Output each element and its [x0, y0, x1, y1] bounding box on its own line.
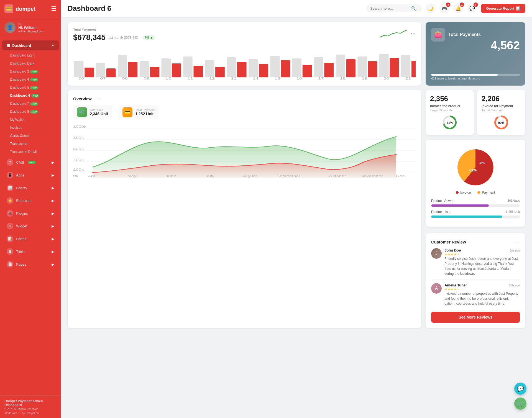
search-box[interactable]: 🔍 — [366, 4, 422, 12]
sidebar-item-cards-center[interactable]: Cards Center — [2, 132, 59, 140]
banner-title: Total Payments — [448, 32, 481, 37]
pie-chart-card: 62% 38% Invoice Payment — [426, 140, 525, 227]
chat-float-button[interactable]: 💬 — [514, 383, 526, 395]
svg-text:90%: 90% — [498, 121, 504, 124]
dashboard-subnav: Dashboard Light Dashboard Dark Dashboard… — [0, 52, 61, 156]
username: Hi, William — [18, 25, 44, 30]
nav-item-cms[interactable]: ⚙ CMS New ▶ — [2, 156, 59, 168]
nav-section-dashboard[interactable]: ⊞ Dashboard ▼ — [2, 40, 59, 50]
generate-report-button[interactable]: Generate Report 📊 — [481, 4, 525, 13]
svg-rect-9 — [172, 63, 181, 77]
total-payment-legend-value: 1,252 Unit — [135, 112, 155, 116]
svg-text:600k: 600k — [73, 147, 84, 150]
overview-menu[interactable]: ⋯ — [96, 96, 101, 102]
table-chevron: ▶ — [52, 250, 54, 254]
sidebar-item-dashboard-5[interactable]: Dashboard 5New — [2, 84, 59, 91]
invoice-payment-card: 2,206 Invoice for Payment Target 3k/mont… — [477, 90, 525, 135]
svg-rect-12 — [205, 60, 214, 77]
charts-chevron: ▶ — [52, 186, 54, 190]
message-badge: 5 — [474, 2, 478, 7]
total-sale-value: 2,346 Unit — [90, 112, 108, 116]
nav-item-widget[interactable]: 🎯 Widget ▶ — [2, 220, 59, 232]
product-viewed-label: Product Viewed — [431, 199, 454, 203]
product-viewed-fill — [431, 204, 489, 207]
svg-text:1000k: 1000k — [73, 125, 87, 128]
sidebar-item-my-wallet[interactable]: My Wallet — [2, 116, 59, 124]
amelia-time: 10h ago — [509, 284, 520, 287]
invoice-product-card: 2,356 Invoice for Product Target 3k/mont… — [426, 90, 474, 135]
total-payment-card: Total Payment $678,345 last month $563,4… — [68, 22, 421, 86]
svg-rect-29 — [390, 58, 399, 77]
review-menu[interactable]: ⋯ — [515, 239, 520, 245]
payment-amount: $678,345 — [73, 33, 106, 42]
topbar: Dashboard 6 🔍 🌙 🎮 2 🔔 12 💬 5 Generate Re… — [61, 0, 532, 17]
theme-toggle-button[interactable]: 🌙 — [426, 3, 436, 13]
sidebar-user: 👤 Hi, Hi, William william@gmail.com — [0, 18, 61, 37]
svg-rect-24 — [336, 55, 345, 77]
games-badge: 2 — [446, 2, 450, 7]
product-listed-label: Product Listed — [431, 210, 452, 214]
search-input[interactable] — [370, 6, 409, 11]
sidebar-item-dashboard-dark[interactable]: Dashboard Dark — [2, 60, 59, 67]
sidebar: 💳 dompet ☰ 👤 Hi, Hi, William william@gma… — [0, 0, 61, 418]
john-avatar: J — [431, 248, 442, 259]
svg-rect-3 — [106, 68, 116, 77]
charts-icon: 📊 — [7, 184, 13, 191]
legend-total-payment: 💳 Total Payment 1,252 Unit — [119, 105, 158, 119]
nav-item-pages[interactable]: 📄 Pages ▶ — [2, 258, 59, 270]
sidebar-item-dashboard-8[interactable]: Dashboard 8New — [2, 108, 59, 116]
svg-text:13: 13 — [231, 77, 237, 80]
svg-rect-5 — [128, 62, 138, 77]
apps-icon: 📱 — [7, 172, 13, 178]
sidebar-item-invoices[interactable]: Invoices — [2, 124, 59, 132]
svg-rect-18 — [270, 56, 280, 77]
sidebar-item-transaction-details[interactable]: Transaction Details — [2, 148, 59, 156]
product-viewed-value: 561/days — [507, 199, 520, 203]
amelia-avatar: A — [431, 283, 442, 294]
sidebar-item-dashboard-7[interactable]: Dashboard 7New — [2, 100, 59, 107]
svg-rect-25 — [346, 59, 355, 77]
nav-item-table[interactable]: 📋 Table ▶ — [2, 245, 59, 258]
cart-float-button[interactable]: 🛒 — [514, 398, 526, 410]
banner-progress-bar — [431, 74, 520, 76]
john-time: 5m ago — [510, 249, 520, 252]
sidebar-item-dashboard-light[interactable]: Dashboard Light — [2, 52, 59, 59]
sidebar-item-dashboard-4[interactable]: Dashboard 4New — [2, 76, 59, 83]
cms-icon: ⚙ — [7, 159, 13, 166]
nav-item-forms[interactable]: 📝 Forms ▶ — [2, 233, 59, 245]
table-icon: 📋 — [7, 248, 13, 255]
trend-sparkline — [380, 28, 407, 39]
hamburger-button[interactable]: ☰ — [51, 5, 57, 12]
svg-rect-14 — [227, 57, 236, 77]
footer-made-with: Made with ❤️ by DexignLab — [4, 412, 57, 415]
sidebar-item-dashboard-3[interactable]: Dashboard 3New — [2, 68, 59, 75]
john-stars: ★★★★★ — [444, 252, 520, 256]
svg-rect-15 — [237, 62, 247, 77]
svg-text:07: 07 — [100, 77, 106, 80]
invoices-row: 2,356 Invoice for Product Target 3k/mont… — [426, 90, 525, 135]
games-notification-button[interactable]: 🎮 2 — [439, 3, 449, 13]
nav-item-plugins[interactable]: 🔌 Plugins ▶ — [2, 207, 59, 219]
nav-item-charts[interactable]: 📊 Charts ▶ — [2, 182, 59, 194]
nav-item-apps[interactable]: 📱 Apps ▶ — [2, 169, 59, 181]
sidebar-item-dashboard-6[interactable]: Dashboard 6New — [2, 92, 59, 99]
svg-text:October: October — [329, 175, 346, 178]
legend-total-sale: 🛒 Total Sale 2,346 Unit — [73, 105, 112, 119]
see-more-reviews-button[interactable]: See More Reviews — [431, 312, 520, 323]
total-payment-menu[interactable]: ⋯ — [411, 30, 416, 36]
svg-text:17: 17 — [318, 77, 324, 80]
svg-text:12: 12 — [209, 77, 215, 80]
svg-text:Dec.: Dec. — [396, 175, 406, 178]
svg-rect-23 — [324, 63, 334, 77]
invoice-payment-number: 2,206 — [482, 94, 521, 103]
nav-item-bootstrap[interactable]: ⭐ Bootstrap ▶ — [2, 194, 59, 207]
trend-badge: 7% ▲ — [142, 35, 155, 40]
svg-text:800k: 800k — [73, 136, 84, 139]
bell-notification-button[interactable]: 🔔 12 — [453, 3, 463, 13]
product-viewed-stat: Product Viewed 561/days — [431, 199, 520, 207]
total-payments-banner: 👛 Total Payments 4,562 431 more to break… — [426, 22, 525, 86]
sidebar-item-transaction[interactable]: Transaction — [2, 140, 59, 148]
message-notification-button[interactable]: 💬 5 — [467, 3, 477, 13]
svg-rect-27 — [368, 61, 377, 77]
invoice-payment-donut: 90% — [493, 114, 510, 131]
